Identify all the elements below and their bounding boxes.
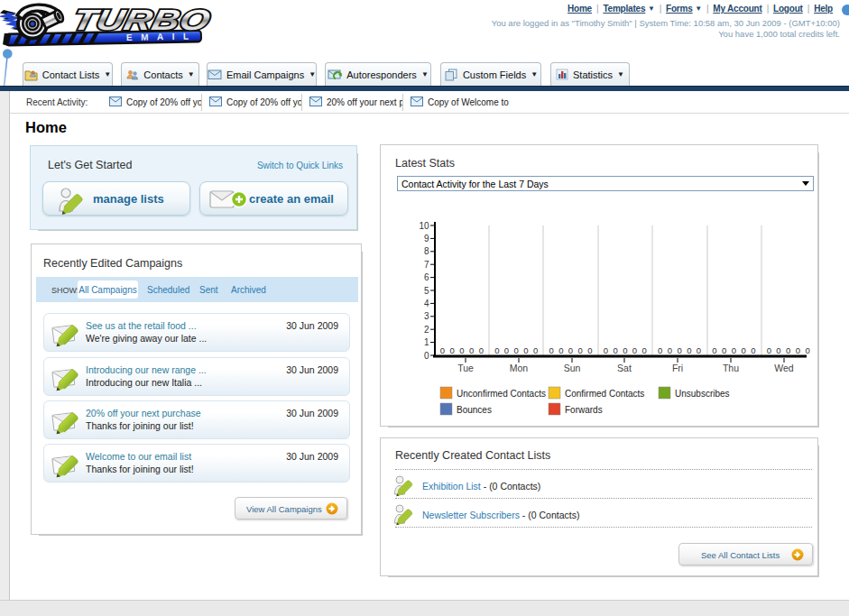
svg-text:Confirmed Contacts: Confirmed Contacts bbox=[565, 389, 644, 399]
svg-text:0: 0 bbox=[440, 345, 445, 355]
svg-text:0: 0 bbox=[767, 345, 771, 355]
svg-text:0: 0 bbox=[796, 345, 800, 355]
svg-text:Forwards: Forwards bbox=[565, 405, 603, 415]
svg-text:0: 0 bbox=[514, 345, 519, 355]
svg-text:0: 0 bbox=[504, 345, 509, 355]
svg-text:6: 6 bbox=[424, 272, 429, 282]
svg-text:0: 0 bbox=[479, 345, 484, 355]
svg-text:0: 0 bbox=[776, 345, 780, 355]
svg-text:0: 0 bbox=[732, 345, 736, 355]
svg-text:0: 0 bbox=[469, 345, 474, 355]
svg-text:0: 0 bbox=[568, 345, 573, 355]
svg-text:0: 0 bbox=[613, 345, 617, 355]
svg-text:0: 0 bbox=[741, 345, 745, 355]
svg-text:0: 0 bbox=[459, 345, 464, 355]
svg-text:7: 7 bbox=[424, 260, 429, 270]
svg-text:0: 0 bbox=[658, 345, 662, 355]
svg-text:0: 0 bbox=[587, 345, 592, 355]
svg-text:Thu: Thu bbox=[723, 363, 739, 373]
svg-text:Wed: Wed bbox=[774, 363, 794, 373]
svg-text:0: 0 bbox=[533, 345, 538, 355]
svg-text:0: 0 bbox=[642, 345, 647, 355]
svg-text:5: 5 bbox=[424, 286, 429, 296]
svg-text:4: 4 bbox=[424, 299, 429, 308]
svg-text:0: 0 bbox=[697, 345, 701, 355]
svg-text:0: 0 bbox=[623, 345, 627, 355]
svg-text:0: 0 bbox=[523, 345, 528, 355]
svg-text:0: 0 bbox=[712, 345, 716, 355]
svg-text:0: 0 bbox=[578, 345, 583, 355]
svg-text:0: 0 bbox=[424, 351, 429, 361]
svg-text:0: 0 bbox=[722, 345, 726, 355]
svg-text:0: 0 bbox=[558, 345, 563, 355]
svg-text:0: 0 bbox=[450, 345, 455, 355]
svg-text:Fri: Fri bbox=[672, 363, 683, 373]
svg-text:0: 0 bbox=[687, 345, 691, 355]
svg-text:0: 0 bbox=[668, 345, 672, 355]
svg-text:1: 1 bbox=[424, 337, 429, 347]
svg-text:Sun: Sun bbox=[564, 363, 581, 373]
svg-text:8: 8 bbox=[424, 246, 429, 256]
svg-text:Unsubscribes: Unsubscribes bbox=[675, 389, 730, 399]
svg-text:Mon: Mon bbox=[510, 363, 529, 373]
svg-text:0: 0 bbox=[786, 345, 790, 355]
svg-text:0: 0 bbox=[677, 345, 681, 355]
svg-text:10: 10 bbox=[419, 221, 429, 231]
svg-text:Unconfirmed Contacts: Unconfirmed Contacts bbox=[457, 389, 546, 399]
svg-text:Tue: Tue bbox=[457, 363, 474, 373]
svg-text:0: 0 bbox=[494, 345, 499, 355]
svg-text:Bounces: Bounces bbox=[457, 405, 492, 415]
svg-text:2: 2 bbox=[424, 325, 429, 335]
svg-text:0: 0 bbox=[632, 345, 637, 355]
svg-text:9: 9 bbox=[424, 234, 429, 244]
svg-text:0: 0 bbox=[549, 345, 553, 355]
svg-text:3: 3 bbox=[424, 311, 429, 321]
svg-text:0: 0 bbox=[805, 345, 809, 355]
svg-text:TURBO: TURBO bbox=[69, 3, 213, 35]
svg-text:Sat: Sat bbox=[617, 363, 632, 373]
svg-text:0: 0 bbox=[751, 345, 755, 355]
svg-text:0: 0 bbox=[604, 345, 608, 355]
